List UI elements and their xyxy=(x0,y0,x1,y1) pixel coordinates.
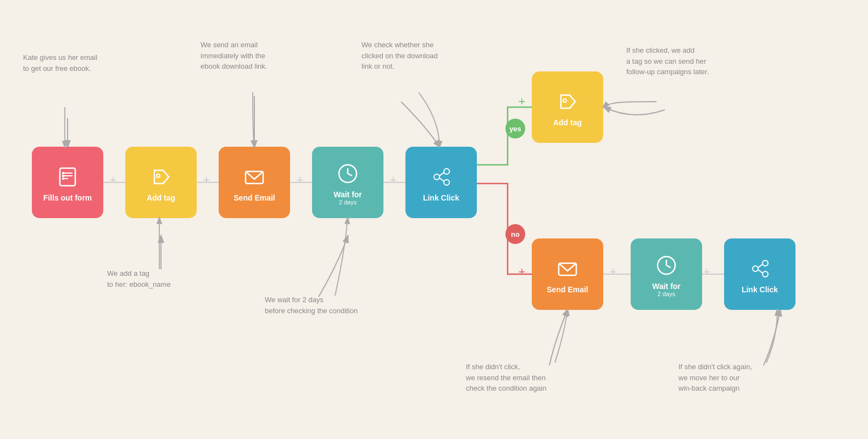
badge-yes: yes xyxy=(505,119,525,138)
svg-line-16 xyxy=(439,178,444,181)
svg-line-21 xyxy=(666,265,671,268)
svg-point-12 xyxy=(434,174,439,180)
node-send-email-1[interactable]: Send Email xyxy=(219,147,290,218)
svg-rect-5 xyxy=(62,175,64,177)
badge-no: no xyxy=(505,224,525,244)
wait-for-2-label: Wait for xyxy=(652,282,681,291)
svg-line-15 xyxy=(439,173,444,176)
annotation-send-email: We send an emailimmediately with theeboo… xyxy=(201,40,267,72)
email-icon-1 xyxy=(240,163,269,191)
node-wait-for-2[interactable]: Wait for 2 days xyxy=(631,238,702,310)
link-click-1-label: Link Click xyxy=(423,193,459,203)
annotation-kate-email: Kate gives us her emailto get our free e… xyxy=(23,52,97,74)
add-tag-2-label: Add tag xyxy=(553,118,582,127)
svg-point-22 xyxy=(753,266,758,271)
email-icon-2 xyxy=(553,254,582,283)
svg-rect-6 xyxy=(62,177,64,180)
tag-icon-2 xyxy=(553,87,582,116)
annotation-winback: If she didn't click again,we move her to… xyxy=(678,362,752,394)
node-fills-form[interactable]: Fills out form xyxy=(32,147,103,218)
svg-point-23 xyxy=(763,260,768,266)
node-link-click-2[interactable]: Link Click xyxy=(724,238,795,310)
svg-rect-0 xyxy=(60,168,75,186)
node-link-click-1[interactable]: Link Click xyxy=(405,147,477,218)
branch-icon-2 xyxy=(745,254,774,283)
wait-for-2-sublabel: 2 days xyxy=(658,291,675,297)
annotation-resend: If she didn't click,we resend the email … xyxy=(466,362,547,394)
svg-rect-4 xyxy=(62,172,64,174)
send-email-1-label: Send Email xyxy=(233,193,275,203)
connector-no-plus: + xyxy=(516,266,527,277)
connector-3: + xyxy=(294,175,305,186)
svg-point-7 xyxy=(157,174,160,177)
svg-line-11 xyxy=(348,174,352,176)
add-tag-1-label: Add tag xyxy=(147,193,175,203)
node-send-email-2[interactable]: Send Email xyxy=(532,238,603,310)
annotation-check-click: We check whether sheclicked on the downl… xyxy=(361,40,438,72)
svg-line-25 xyxy=(758,264,763,268)
clock-icon-2 xyxy=(652,251,681,280)
annotation-if-clicked: If she clicked, we adda tag so we can se… xyxy=(626,45,709,77)
node-wait-for-1[interactable]: Wait for 2 days xyxy=(312,147,383,218)
svg-point-14 xyxy=(444,180,449,185)
branch-icon-1 xyxy=(427,163,455,191)
clock-icon-1 xyxy=(333,159,362,188)
svg-line-26 xyxy=(758,270,763,273)
connector-5: + xyxy=(608,266,619,277)
wait-for-1-sublabel: 2 days xyxy=(339,199,357,205)
annotation-add-tag: We add a tagto her: ebook_name xyxy=(107,268,171,290)
fills-form-label: Fills out form xyxy=(43,193,92,203)
svg-point-13 xyxy=(444,169,449,174)
connector-1: + xyxy=(108,175,119,186)
svg-point-24 xyxy=(763,271,768,277)
tag-icon-1 xyxy=(147,163,175,191)
annotation-wait: We wait for 2 daysbefore checking the co… xyxy=(265,294,358,316)
node-add-tag-2[interactable]: Add tag xyxy=(532,71,603,143)
link-click-2-label: Link Click xyxy=(742,285,778,294)
connector-6: + xyxy=(701,266,712,277)
node-add-tag-1[interactable]: Add tag xyxy=(125,147,197,218)
connector-2: + xyxy=(201,175,212,186)
send-email-2-label: Send Email xyxy=(547,285,588,294)
form-icon xyxy=(53,163,82,191)
connector-4: + xyxy=(388,175,399,186)
canvas: Kate gives us her emailto get our free e… xyxy=(0,0,868,439)
connector-yes-plus: + xyxy=(516,96,527,107)
svg-point-17 xyxy=(563,99,566,102)
wait-for-1-label: Wait for xyxy=(333,190,362,199)
